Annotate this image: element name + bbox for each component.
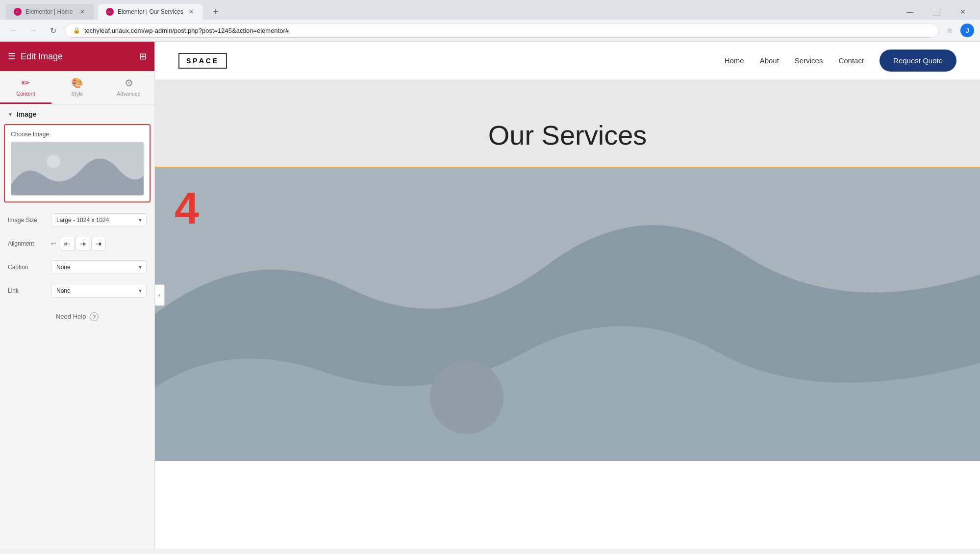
elementor-panel: ☰ Edit Image ⊞ ✏ Content 🎨 Style ⚙ Advan… (0, 42, 155, 549)
svg-rect-1 (11, 143, 144, 171)
link-row: Link None (0, 279, 154, 302)
align-left-button[interactable]: ⇤ (60, 237, 75, 251)
caption-control[interactable]: None (51, 260, 147, 274)
alignment-label: Alignment (8, 240, 47, 247)
grid-icon[interactable]: ⊞ (139, 51, 147, 62)
hero-landscape-svg (155, 167, 980, 461)
panel-content: ▼ Image Choose Image (0, 104, 154, 549)
image-section: ▼ Image Choose Image (0, 104, 154, 302)
nav-about[interactable]: About (760, 56, 779, 65)
caption-label: Caption (8, 264, 47, 271)
website-preview: SPACE Home About Services Contact Reques… (155, 42, 980, 549)
image-section-title: Image (17, 110, 36, 118)
forward-button[interactable]: → (25, 23, 41, 38)
browser-tab-services[interactable]: E Elementor | Our Services ✕ (98, 4, 203, 20)
choose-image-label: Choose Image (11, 131, 144, 138)
address-bar-row: ← → ↻ 🔒 techyleaf.unaux.com/wp-admin/pos… (0, 20, 980, 41)
image-size-control[interactable]: Large - 1024 x 1024 (51, 213, 147, 227)
panel-header: ☰ Edit Image ⊞ (0, 42, 154, 71)
number-4-overlay: 4 (175, 186, 199, 230)
hero-title: Our Services (155, 103, 980, 167)
tab-home-close[interactable]: ✕ (78, 8, 86, 16)
align-center-button[interactable]: ⇥ (75, 237, 90, 251)
selected-highlight-top (155, 167, 980, 168)
site-header: SPACE Home About Services Contact Reques… (155, 42, 980, 80)
main-layout: ☰ Edit Image ⊞ ✏ Content 🎨 Style ⚙ Advan… (0, 42, 980, 549)
reload-button[interactable]: ↻ (45, 23, 61, 38)
address-url: techyleaf.unaux.com/wp-admin/post.php?po… (84, 27, 930, 34)
tab-advanced[interactable]: ⚙ Advanced (103, 71, 154, 104)
elementor-favicon-1: E (14, 8, 22, 16)
align-inherit-icon[interactable]: ↩ (51, 240, 56, 247)
svg-point-4 (430, 360, 503, 434)
tab-content[interactable]: ✏ Content (0, 71, 51, 104)
back-button[interactable]: ← (6, 23, 22, 38)
style-tab-icon: 🎨 (71, 77, 83, 89)
panel-collapse-button[interactable]: ‹ (155, 284, 165, 306)
hero-image-area[interactable]: 4 (155, 167, 980, 461)
advanced-tab-icon: ⚙ (125, 77, 133, 89)
tab-home-label: Elementor | Home (25, 8, 75, 15)
maximize-button[interactable]: ⬜ (925, 4, 948, 20)
alignment-buttons: ⇤ ⇥ ⇥ (60, 237, 106, 251)
image-section-header[interactable]: ▼ Image (0, 104, 154, 124)
tab-services-close[interactable]: ✕ (187, 8, 195, 16)
image-size-label: Image Size (8, 217, 47, 224)
image-placeholder-svg (11, 142, 144, 196)
help-icon: ? (90, 312, 99, 321)
alignment-row: Alignment ↩ ⇤ ⇥ ⇥ (0, 232, 154, 255)
site-hero: Our Services (155, 80, 980, 167)
panel-header-left: ☰ Edit Image (8, 51, 63, 62)
need-help-label: Need Help (56, 313, 86, 320)
window-controls: — ⬜ ✕ (899, 4, 974, 20)
link-label: Link (8, 287, 47, 294)
close-button[interactable]: ✕ (952, 4, 974, 20)
preview-area: SPACE Home About Services Contact Reques… (155, 42, 980, 549)
tab-services-label: Elementor | Our Services (118, 8, 183, 15)
svg-point-2 (47, 155, 60, 168)
need-help-section[interactable]: Need Help ? (0, 302, 154, 331)
align-right-button[interactable]: ⇥ (91, 237, 106, 251)
image-size-select[interactable]: Large - 1024 x 1024 (51, 213, 147, 227)
site-logo: SPACE (178, 53, 227, 69)
nav-contact[interactable]: Contact (838, 56, 864, 65)
hamburger-icon[interactable]: ☰ (8, 51, 16, 62)
tab-style[interactable]: 🎨 Style (51, 71, 103, 104)
cta-button[interactable]: Request Quote (879, 50, 956, 72)
link-select[interactable]: None (51, 284, 147, 298)
site-nav: Home About Services Contact Request Quot… (725, 50, 956, 72)
elementor-favicon-2: E (106, 8, 114, 16)
lock-icon: 🔒 (73, 27, 80, 34)
nav-home[interactable]: Home (725, 56, 744, 65)
advanced-tab-label: Advanced (117, 91, 141, 97)
browser-chrome: E Elementor | Home ✕ E Elementor | Our S… (0, 0, 980, 42)
image-placeholder[interactable] (11, 142, 144, 196)
address-bar[interactable]: 🔒 techyleaf.unaux.com/wp-admin/post.php?… (65, 24, 939, 38)
browser-title-bar: E Elementor | Home ✕ E Elementor | Our S… (0, 0, 980, 20)
content-tab-icon: ✏ (22, 77, 30, 89)
panel-title: Edit Image (21, 51, 63, 62)
caption-select[interactable]: None (51, 260, 147, 274)
style-tab-label: Style (71, 91, 83, 97)
content-tab-label: Content (16, 91, 35, 97)
nav-services[interactable]: Services (795, 56, 823, 65)
image-size-row: Image Size Large - 1024 x 1024 (0, 208, 154, 232)
new-tab-button[interactable]: + (209, 5, 223, 19)
bookmark-button[interactable]: ☆ (943, 24, 956, 37)
browser-tab-home[interactable]: E Elementor | Home ✕ (6, 4, 94, 20)
link-control[interactable]: None (51, 284, 147, 298)
caption-row: Caption None (0, 255, 154, 279)
minimize-button[interactable]: — (899, 4, 921, 20)
section-toggle-icon: ▼ (8, 112, 13, 117)
choose-image-container[interactable]: Choose Image (4, 124, 151, 202)
profile-button[interactable]: J (960, 24, 974, 37)
panel-tabs: ✏ Content 🎨 Style ⚙ Advanced (0, 71, 154, 104)
